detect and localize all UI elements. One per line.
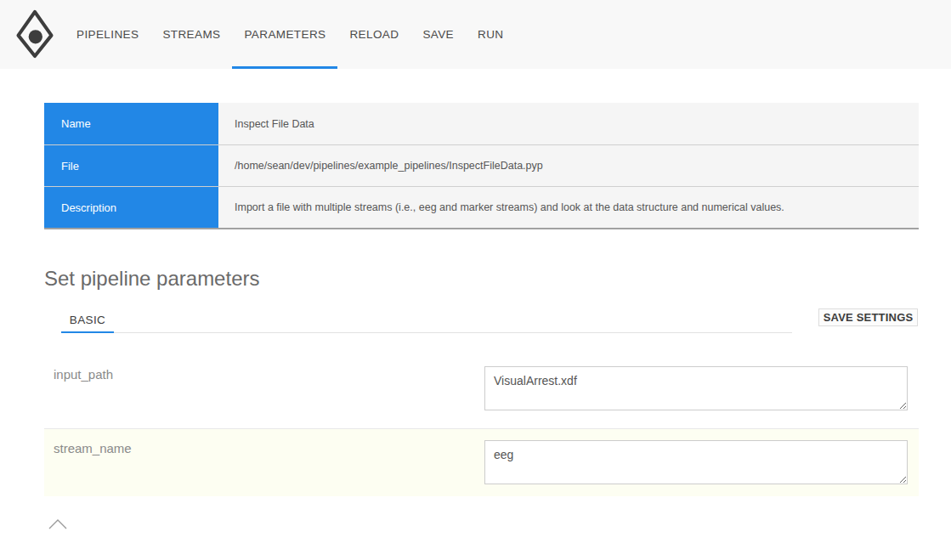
app-logo [11,7,59,61]
nav-item-streams[interactable]: STREAMS [150,0,232,69]
row-value-name: Inspect File Data [218,103,919,144]
stream-name-field[interactable]: eeg [484,440,908,484]
app-window: PIPELINES STREAMS PARAMETERS RELOAD SAVE… [0,0,951,560]
input-path-field[interactable]: VisualArrest.xdf [484,366,908,410]
nav-items: PIPELINES STREAMS PARAMETERS RELOAD SAVE… [65,0,515,69]
collapse-section-button[interactable] [47,516,69,533]
nav-item-reload[interactable]: RELOAD [337,0,410,69]
pipeline-info-table: Name Inspect File Data File /home/sean/d… [44,103,919,229]
tab-basic[interactable]: BASIC [61,311,114,333]
nav-item-parameters[interactable]: PARAMETERS [232,0,337,69]
nav-item-run[interactable]: RUN [466,0,515,69]
diamond-dot-logo-icon [13,8,57,60]
row-value-file: /home/sean/dev/pipelines/example_pipelin… [218,144,919,186]
chevron-up-icon [48,518,68,530]
table-row-file: File /home/sean/dev/pipelines/example_pi… [44,144,919,186]
table-row-description: Description Import a file with multiple … [44,186,919,228]
row-label-name: Name [44,103,218,144]
save-settings-button[interactable]: SAVE SETTINGS [818,308,918,326]
top-navigation-bar: PIPELINES STREAMS PARAMETERS RELOAD SAVE… [0,0,951,69]
tab-bar-divider [61,332,792,333]
nav-item-pipelines[interactable]: PIPELINES [65,0,150,69]
page-title: Set pipeline parameters [44,267,259,291]
row-label-description: Description [44,186,218,228]
field-label-stream-name: stream_name [54,441,132,455]
row-label-file: File [44,144,218,186]
field-label-input-path: input_path [54,367,113,382]
table-row-name: Name Inspect File Data [44,103,919,144]
row-value-description: Import a file with multiple streams (i.e… [218,186,919,228]
nav-item-save[interactable]: SAVE [410,0,466,69]
